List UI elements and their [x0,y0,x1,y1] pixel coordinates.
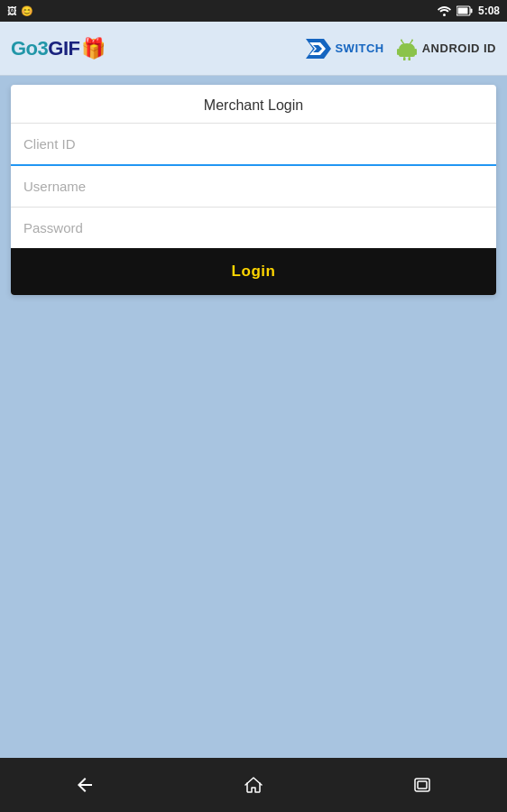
svg-rect-18 [418,781,427,789]
logo-text: Go3GIF [11,37,79,60]
password-input[interactable] [23,208,484,248]
android-icon [395,37,419,60]
chat-icon: 😊 [21,5,33,17]
switch-button[interactable]: SWITCH [306,39,383,59]
back-button[interactable] [62,767,107,803]
svg-rect-11 [403,57,406,60]
svg-rect-12 [408,57,410,60]
back-icon [74,774,96,796]
svg-point-0 [443,14,446,16]
form-area: Login [11,124,496,295]
status-left-icons: 🖼 😊 [7,5,33,17]
time-display: 5:08 [478,5,500,17]
app-bar-right: SWITCH ANDROID ID [306,37,496,60]
home-icon [243,774,264,796]
notification-icon: 🖼 [7,5,17,16]
svg-line-14 [410,41,412,44]
app-bar: Go3GIF 🎁 SWITCH [0,22,507,76]
main-content: Merchant Login Login [0,76,507,758]
card-title: Merchant Login [11,85,496,124]
svg-rect-10 [414,49,417,55]
svg-rect-9 [397,49,400,55]
logo-area: Go3GIF 🎁 [11,37,106,60]
switch-arrow-icon [306,39,331,59]
password-field [11,208,496,248]
svg-point-15 [401,39,402,41]
client-id-field [11,124,496,166]
android-id-label: ANDROID ID [422,42,496,55]
username-input[interactable] [23,166,484,207]
status-right-icons: 5:08 [438,5,500,17]
logo-gift-icon: 🎁 [81,37,106,60]
home-button[interactable] [231,767,276,803]
svg-rect-3 [470,9,472,14]
battery-icon [456,5,473,16]
switch-label: SWITCH [335,42,383,55]
wifi-icon [438,5,451,16]
android-id-button[interactable]: ANDROID ID [395,37,496,60]
status-bar: 🖼 😊 5:08 [0,0,507,22]
client-id-input[interactable] [23,124,484,164]
username-field [11,166,496,208]
svg-point-16 [411,39,413,41]
recents-button[interactable] [400,767,445,803]
login-card: Merchant Login Login [11,85,496,295]
recents-icon [411,774,433,796]
bottom-nav [0,758,507,812]
svg-rect-2 [457,8,467,14]
login-button[interactable]: Login [11,248,496,295]
svg-line-13 [401,41,404,44]
